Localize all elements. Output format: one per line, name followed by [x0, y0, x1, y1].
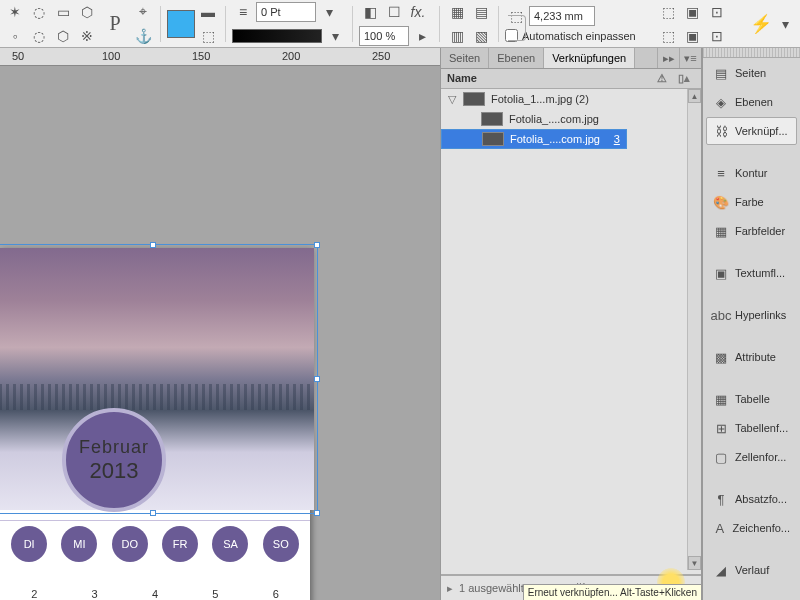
dock-button[interactable]: ◢Verlauf	[706, 556, 797, 584]
panel-menu-icon[interactable]: ▾≡	[679, 48, 701, 68]
gradient-swatch[interactable]	[232, 29, 322, 43]
tool-btn[interactable]: ▧	[470, 25, 492, 47]
dock-icon: ◢	[713, 562, 729, 578]
tool-btn[interactable]: ▦	[446, 1, 468, 23]
fill-swatch[interactable]	[167, 10, 195, 38]
dock-button[interactable]: ▤Seiten	[706, 59, 797, 87]
tool-btn[interactable]: ▭	[52, 1, 74, 23]
frame-fit-btn[interactable]: ⬚	[658, 1, 680, 23]
dock-icon: ¶	[713, 491, 729, 507]
paragraph-icon[interactable]: P	[100, 9, 130, 39]
weekday-row: DI MI DO FR SA SO	[0, 526, 310, 562]
dock-grip[interactable]	[703, 48, 800, 58]
fit-width-field[interactable]: 4,233 mm	[529, 6, 595, 26]
dock-icon: ▩	[713, 349, 729, 365]
day-cell: FR	[162, 526, 198, 562]
tool-btn[interactable]: ⬚	[197, 25, 219, 47]
scroll-down-icon[interactable]: ▼	[688, 556, 701, 570]
dock-label: Farbfelder	[735, 225, 785, 237]
dock-icon: ◈	[713, 94, 729, 110]
tool-btn[interactable]: ◧	[359, 1, 381, 23]
dock-label: Farbe	[735, 196, 764, 208]
bolt-icon[interactable]: ⚡	[750, 13, 772, 35]
dock-button[interactable]: abcHyperlinks	[706, 301, 797, 329]
tool-btn[interactable]: ◌	[28, 1, 50, 23]
day-cell: MI	[61, 526, 97, 562]
link-name: Fotolia_....com.jpg	[510, 133, 600, 145]
tool-btn[interactable]: ⬡	[76, 1, 98, 23]
scroll-up-icon[interactable]: ▲	[688, 89, 701, 103]
expand-icon[interactable]: ▸	[447, 582, 453, 595]
frame-fit-btn[interactable]: ⊡	[706, 25, 728, 47]
dock-icon: ▦	[713, 223, 729, 239]
dock-button[interactable]: ⛓Verknüpf...	[706, 117, 797, 145]
right-dock: ▤Seiten◈Ebenen⛓Verknüpf...≡Kontur🎨Farbe▦…	[702, 48, 800, 600]
tool-btn[interactable]: ⌖	[132, 1, 154, 23]
dock-button[interactable]: ▣Textumfl...	[706, 259, 797, 287]
dock-button[interactable]: ▦Farbfelder	[706, 217, 797, 245]
dock-button[interactable]: ⊞Tabellenf...	[706, 414, 797, 442]
dock-label: Kontur	[735, 167, 767, 179]
dock-icon: ⊞	[713, 420, 729, 436]
tool-btn[interactable]: ▬	[197, 1, 219, 23]
tab-seiten[interactable]: Seiten	[441, 48, 489, 68]
stroke-weight-icon: ≡	[232, 1, 254, 23]
day-cell: DI	[11, 526, 47, 562]
tool-btn[interactable]: ※	[76, 25, 98, 47]
links-panel: Seiten Ebenen Verknüpfungen ▸▸ ▾≡ Name ⚠…	[440, 48, 702, 600]
page-column-icon[interactable]: ▯▴	[673, 72, 695, 85]
tool-btn[interactable]: ▤	[470, 1, 492, 23]
dock-button[interactable]: ◈Ebenen	[706, 88, 797, 116]
dropdown-icon[interactable]: ▾	[318, 1, 340, 23]
tool-btn[interactable]: ☐	[383, 1, 405, 23]
fx-icon[interactable]: fx.	[407, 1, 429, 23]
dropdown-icon[interactable]: ▾	[324, 25, 346, 47]
dock-button[interactable]: ▢Zellenfor...	[706, 443, 797, 471]
list-item[interactable]: ▽Fotolia_1...m.jpg (2)	[441, 89, 701, 109]
link-name: Fotolia_1...m.jpg (2)	[491, 93, 675, 105]
tool-btn[interactable]: ◌	[28, 25, 50, 47]
dropdown-icon[interactable]: ▾	[774, 13, 796, 35]
stroke-pt-field[interactable]: 0 Pt	[256, 2, 316, 22]
disclosure-icon[interactable]: ▽	[447, 93, 457, 106]
name-column[interactable]: Name	[447, 72, 651, 85]
tab-verknuepfungen[interactable]: Verknüpfungen	[544, 48, 635, 68]
dock-button[interactable]: ≡Kontur	[706, 159, 797, 187]
list-item[interactable]: Fotolia_....com.jpg3	[441, 129, 627, 149]
tool-btn[interactable]: ✶	[4, 1, 26, 23]
selection-count: 1 ausgewählt	[459, 582, 524, 594]
links-list[interactable]: ▽Fotolia_1...m.jpg (2)Fotolia_....com.jp…	[441, 89, 701, 570]
dock-button[interactable]: ¶Absatzfo...	[706, 485, 797, 513]
dock-label: Attribute	[735, 351, 776, 363]
tab-ebenen[interactable]: Ebenen	[489, 48, 544, 68]
link-name: Fotolia_....com.jpg	[509, 113, 675, 125]
zoom-field[interactable]: 100 %	[359, 26, 409, 46]
dock-button[interactable]: 🎨Farbe	[706, 188, 797, 216]
chain-link-icon[interactable]	[508, 15, 526, 41]
dock-button[interactable]: AZeichenfo...	[706, 514, 797, 542]
list-item[interactable]: Fotolia_....com.jpg2	[441, 109, 701, 129]
tool-btn[interactable]: ⚓	[132, 25, 154, 47]
dock-button[interactable]: ▦Tabelle	[706, 385, 797, 413]
frame-fit-btn[interactable]: ⊡	[706, 1, 728, 23]
dropdown-icon[interactable]: ▸	[411, 25, 433, 47]
frame-fit-btn[interactable]: ▣	[682, 25, 704, 47]
horizontal-ruler: 50 100 150 200 250	[0, 48, 440, 66]
day-cell: SA	[212, 526, 248, 562]
canvas[interactable]: 50 100 150 200 250 Februar 2013 DI MI DO…	[0, 48, 440, 600]
frame-fit-btn[interactable]: ▣	[682, 1, 704, 23]
panel-tabs: Seiten Ebenen Verknüpfungen ▸▸ ▾≡	[441, 48, 701, 69]
collapse-icon[interactable]: ▸▸	[657, 48, 679, 68]
dock-label: Verknüpf...	[735, 125, 788, 137]
dock-label: Zellenfor...	[735, 451, 786, 463]
page-number[interactable]: 3	[606, 133, 620, 145]
date-row: 23456	[0, 588, 310, 600]
frame-fit-btn[interactable]: ⬚	[658, 25, 680, 47]
tool-btn[interactable]: ◦	[4, 25, 26, 47]
tool-btn[interactable]: ⬡	[52, 25, 74, 47]
tool-btn[interactable]: ▥	[446, 25, 468, 47]
dock-icon: A	[713, 520, 727, 536]
dock-button[interactable]: ▩Attribute	[706, 343, 797, 371]
scrollbar[interactable]: ▲ ▼	[687, 89, 701, 570]
warn-column-icon[interactable]: ⚠	[651, 72, 673, 85]
